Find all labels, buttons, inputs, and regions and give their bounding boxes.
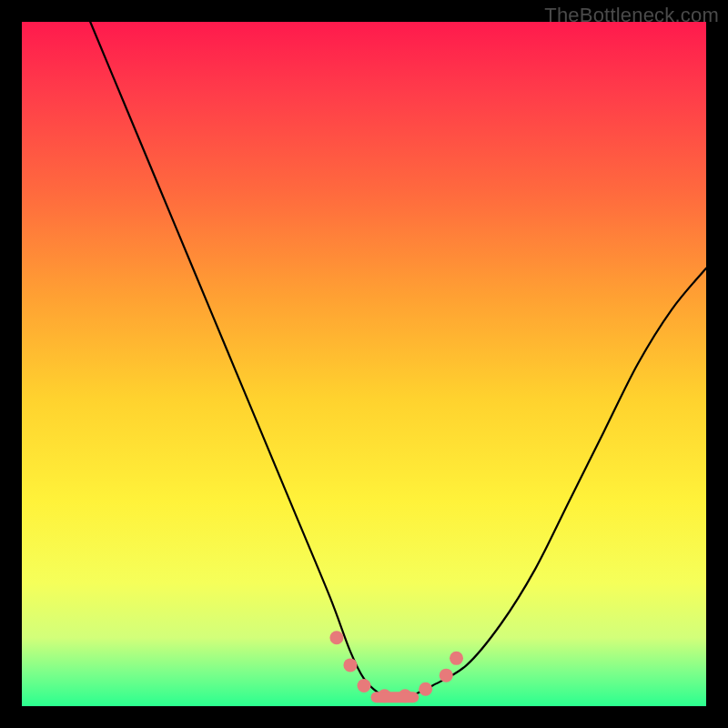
trough-marker [358, 679, 371, 693]
trough-marker [343, 658, 357, 672]
trough-marker [329, 631, 343, 644]
trough-marker [450, 652, 463, 665]
chart-plot-area [22, 22, 706, 706]
watermark-text: TheBottleneck.com [544, 4, 719, 27]
bottleneck-curve-svg [22, 22, 706, 706]
trough-marker [419, 682, 432, 696]
trough-marker [440, 669, 453, 682]
trough-flat-segment [371, 692, 420, 703]
curve-markers [329, 631, 463, 703]
bottleneck-curve-path [90, 22, 706, 700]
